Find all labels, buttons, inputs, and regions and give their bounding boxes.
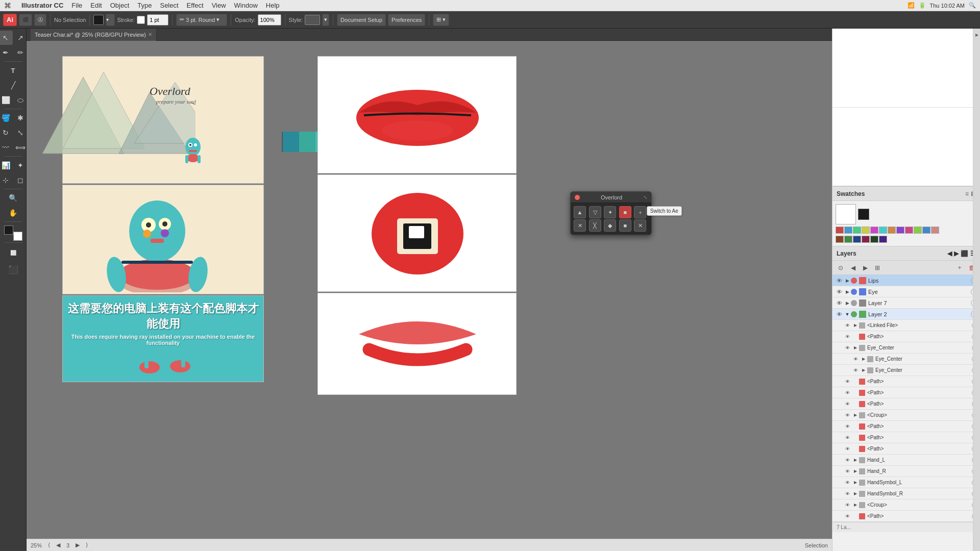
swatch-violet[interactable] — [896, 227, 904, 234]
swatch-maroon[interactable] — [862, 236, 870, 243]
overlord-btn-3[interactable]: ■ Switch to Ae — [619, 206, 631, 218]
menu-effect[interactable]: Effect — [183, 2, 208, 9]
brush-style-btn[interactable]: ✏ 3 pt. Round ▾ — [176, 14, 227, 26]
swatch-navy[interactable] — [853, 236, 861, 243]
eraser-tool[interactable]: ◻ — [13, 173, 28, 187]
layer-expand-2[interactable]: ▼ — [844, 312, 851, 317]
app-name-menu[interactable]: Illustrator CC — [17, 2, 67, 9]
layer-path-5[interactable]: 👁 <Path> — [832, 421, 980, 432]
swatch-none[interactable] — [836, 204, 856, 224]
overlord-btn-2[interactable]: ✦ — [604, 206, 616, 218]
layer-expand-linked[interactable]: ▶ — [852, 323, 859, 328]
menu-edit[interactable]: Edit — [86, 2, 106, 9]
paintbucket-tool[interactable]: 🪣 — [0, 111, 13, 125]
rotate-tool[interactable]: ↻ — [0, 126, 13, 140]
layer-eye-hsr[interactable]: 👁 — [843, 491, 852, 496]
layer-linked-file[interactable]: 👁 ▶ <Linked File> — [832, 320, 980, 331]
layer-path-2[interactable]: 👁 <Path> — [832, 376, 980, 387]
layer-expand-ec1[interactable]: ▶ — [852, 345, 859, 350]
nav-prev-btn[interactable]: ◀ — [56, 542, 60, 548]
layers-list[interactable]: 👁 ▶ Lips 👁 ▶ Eye — [832, 275, 980, 551]
layer-expand-eye[interactable]: ▶ — [844, 289, 851, 294]
mesh-tool[interactable]: ✱ — [13, 111, 28, 125]
swatch-forest[interactable] — [844, 236, 852, 243]
layer-expand-hsr[interactable]: ▶ — [852, 491, 859, 496]
overlord-btn-1[interactable]: ▽ — [589, 206, 601, 218]
menu-select[interactable]: Select — [156, 2, 182, 9]
layer-eye-p8[interactable]: 👁 — [843, 514, 852, 519]
layers-collapse-btn[interactable]: ⬛ — [961, 250, 968, 257]
layer-expand-croup2[interactable]: ▶ — [852, 503, 859, 507]
layer-hand-r[interactable]: 👁 ▶ Hand_R — [832, 466, 980, 477]
layer-eye-center-3[interactable]: 👁 ▶ Eye_Center — [832, 365, 980, 376]
layers-add-layer-btn[interactable]: ＋ — [954, 263, 965, 273]
overlord-btn-8[interactable]: ■ — [619, 219, 631, 232]
layer-croup-2[interactable]: 👁 ▶ <Croup> — [832, 499, 980, 511]
layer-expand-handl[interactable]: ▶ — [852, 458, 859, 462]
nav-forward-btn[interactable]: ⟩ — [86, 542, 88, 548]
swatch-red[interactable] — [836, 227, 844, 234]
style-box[interactable] — [305, 15, 320, 25]
swatch-green[interactable] — [853, 227, 861, 234]
layer-expand-ec3[interactable]: ▶ — [860, 368, 867, 372]
swatch-yellow[interactable] — [862, 227, 870, 234]
menu-window[interactable]: Window — [230, 2, 262, 9]
layer-expand-hsl[interactable]: ▶ — [852, 480, 859, 485]
layer-path-1[interactable]: 👁 <Path> — [832, 331, 980, 342]
swatch-pink[interactable] — [905, 227, 913, 234]
layer-eye-ec3[interactable]: 👁 — [851, 368, 860, 373]
zoom-tool[interactable]: 🔍 — [6, 191, 20, 205]
layer-eye-p5[interactable]: 👁 — [843, 424, 852, 429]
layer-expand-ec2[interactable]: ▶ — [860, 357, 867, 361]
layer-eye-handl[interactable]: 👁 — [843, 458, 852, 463]
swatch-blue[interactable] — [844, 227, 852, 234]
overlord-btn-0[interactable]: ▲ — [574, 206, 586, 218]
layer-expand-lips[interactable]: ▶ — [844, 278, 851, 283]
layer-2[interactable]: 👁 ▼ Layer 2 — [832, 309, 980, 320]
layer-path-8[interactable]: 👁 <Path> — [832, 511, 980, 522]
layer-handsymbol-r[interactable]: 👁 ▶ HandSymbol_R — [832, 488, 980, 499]
swatches-list-view-btn[interactable]: ≡ — [965, 190, 969, 197]
preferences-btn[interactable]: Preferences — [388, 14, 425, 26]
hand-tool[interactable]: ✋ — [6, 206, 20, 220]
layer-eye-handr[interactable]: 👁 — [843, 469, 852, 474]
width-tool[interactable]: ⟺ — [13, 140, 28, 155]
swatch-orange[interactable] — [888, 227, 896, 234]
tab-close-btn[interactable]: ✕ — [148, 32, 152, 37]
layer-eye-p7[interactable]: 👁 — [843, 446, 852, 452]
ellipse-tool[interactable]: ⬭ — [13, 93, 28, 107]
pen-tool[interactable]: ✒ — [0, 45, 13, 60]
layer-eye-croup2[interactable]: 👁 — [843, 503, 852, 508]
swatch-sky[interactable] — [922, 227, 930, 234]
menu-file[interactable]: File — [67, 2, 86, 9]
layer-expand-croup[interactable]: ▶ — [852, 413, 859, 417]
swatch-rose[interactable] — [931, 227, 939, 234]
overlord-btn-6[interactable]: ╳ — [589, 219, 601, 232]
menu-help[interactable]: Help — [262, 2, 284, 9]
layer-lips[interactable]: 👁 ▶ Lips — [832, 275, 980, 286]
layer-eye-7[interactable]: 👁 — [835, 300, 844, 306]
search-icon[interactable]: 🔍 — [969, 2, 976, 9]
appearance-btn[interactable]: Ⓐ — [34, 14, 46, 26]
overlord-btn-4[interactable]: ＋ — [634, 206, 646, 218]
layer-path-3[interactable]: 👁 <Path> — [832, 387, 980, 398]
layer-eye-croup[interactable]: 👁 — [843, 413, 852, 418]
swatch-cyan[interactable] — [879, 227, 887, 234]
stroke-color-box[interactable] — [137, 16, 145, 24]
layer-expand-handr[interactable]: ▶ — [852, 469, 859, 473]
layer-eye-ec2[interactable]: 👁 — [851, 357, 860, 362]
layer-7[interactable]: 👁 ▶ Layer 7 — [832, 297, 980, 309]
layer-eye-2[interactable]: 👁 — [835, 311, 844, 317]
swatch-foreground[interactable] — [858, 209, 869, 220]
arrange-view-btn[interactable]: ⊞ ▾ — [433, 14, 449, 26]
pencil-tool[interactable]: ✏ — [13, 45, 28, 60]
swatch-brown[interactable] — [836, 236, 844, 243]
swatch-lime[interactable] — [914, 227, 922, 234]
layers-prev-btn[interactable]: ◀ — [947, 250, 952, 257]
screen-mode-btn[interactable]: ⬜ — [6, 245, 20, 260]
swatch-dark-green[interactable] — [870, 236, 878, 243]
opacity-input[interactable] — [258, 14, 281, 26]
slice-tool[interactable]: ⊹ — [0, 173, 13, 187]
nav-next-btn[interactable]: ▶ — [76, 542, 80, 548]
draw-mode-btn[interactable]: ⬛ — [6, 262, 20, 277]
